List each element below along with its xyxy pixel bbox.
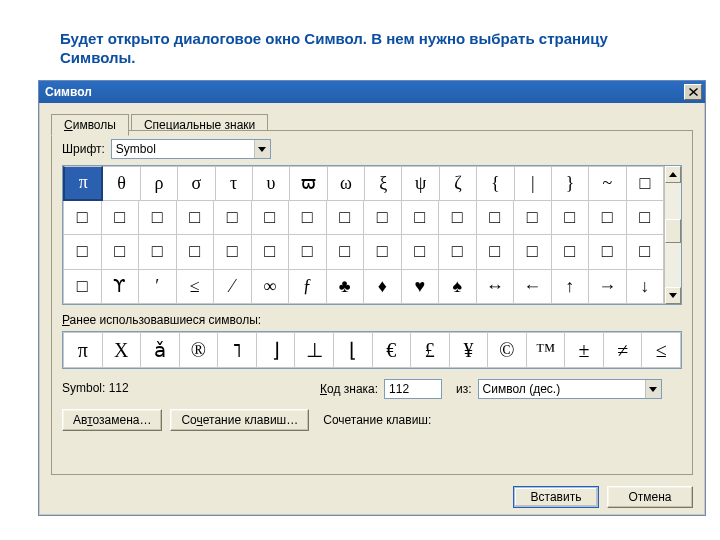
symbol-cell[interactable]: ♣ xyxy=(327,270,365,305)
symbol-cell[interactable]: □ xyxy=(289,235,327,270)
symbol-cell[interactable]: □ xyxy=(177,201,215,236)
symbol-cell[interactable]: θ xyxy=(103,166,140,201)
from-combo[interactable]: Символ (дес.) xyxy=(478,379,662,399)
recent-symbol-cell[interactable]: € xyxy=(373,332,412,368)
symbol-cell[interactable]: □ xyxy=(439,235,477,270)
scrollbar[interactable] xyxy=(664,166,681,304)
recent-symbol-cell[interactable]: π xyxy=(63,332,103,368)
font-combo[interactable]: Symbol xyxy=(111,139,271,159)
symbol-cell[interactable]: □ xyxy=(477,201,515,236)
symbol-cell[interactable]: ρ xyxy=(141,166,178,201)
scroll-down-button[interactable] xyxy=(665,287,681,304)
symbol-cell[interactable]: } xyxy=(552,166,589,201)
cancel-button[interactable]: Отмена xyxy=(607,486,693,508)
symbol-cell[interactable]: ƒ xyxy=(289,270,327,305)
insert-button[interactable]: Вставить xyxy=(513,486,599,508)
symbol-cell[interactable]: □ xyxy=(139,201,177,236)
symbol-cell[interactable]: □ xyxy=(63,270,102,305)
scroll-up-button[interactable] xyxy=(665,166,681,183)
recent-symbol-cell[interactable]: ǎ xyxy=(141,332,180,368)
symbol-cell[interactable]: □ xyxy=(252,235,290,270)
recent-symbol-cell[interactable]: ® xyxy=(180,332,219,368)
symbol-cell[interactable]: ψ xyxy=(402,166,439,201)
symbol-cell[interactable]: □ xyxy=(214,235,252,270)
symbol-cell[interactable]: □ xyxy=(139,235,177,270)
recent-symbol-cell[interactable]: ™ xyxy=(527,332,566,368)
symbol-cell[interactable]: ♥ xyxy=(402,270,440,305)
symbol-cell[interactable]: σ xyxy=(178,166,215,201)
symbol-cell[interactable]: □ xyxy=(252,201,290,236)
symbol-cell[interactable]: □ xyxy=(327,235,365,270)
symbol-cell[interactable]: □ xyxy=(627,166,664,201)
symbol-cell[interactable]: □ xyxy=(364,235,402,270)
code-input[interactable] xyxy=(384,379,442,399)
symbol-cell[interactable]: ζ xyxy=(440,166,477,201)
symbol-cell[interactable]: □ xyxy=(627,201,665,236)
shortcut-button[interactable]: Сочетание клавиш… xyxy=(170,409,309,431)
symbol-cell[interactable]: ← xyxy=(514,270,552,305)
symbol-cell[interactable]: ⁄ xyxy=(214,270,252,305)
symbol-cell[interactable]: □ xyxy=(589,235,627,270)
symbol-cell[interactable]: ♠ xyxy=(439,270,477,305)
recent-symbol-cell[interactable]: © xyxy=(488,332,527,368)
symbol-cell[interactable]: | xyxy=(515,166,552,201)
close-icon xyxy=(689,88,698,96)
symbol-cell[interactable]: □ xyxy=(439,201,477,236)
titlebar: Символ xyxy=(39,81,705,103)
recent-symbol-cell[interactable]: ¥ xyxy=(450,332,489,368)
recent-symbol-cell[interactable]: ⌊ xyxy=(334,332,373,368)
symbol-cell[interactable]: □ xyxy=(402,235,440,270)
symbol-cell[interactable]: { xyxy=(477,166,514,201)
close-button[interactable] xyxy=(684,84,702,100)
recent-symbol-cell[interactable]: ≤ xyxy=(642,332,681,368)
symbol-cell[interactable]: ϖ xyxy=(290,166,327,201)
recent-symbol-cell[interactable]: £ xyxy=(411,332,450,368)
symbol-cell[interactable]: □ xyxy=(289,201,327,236)
scroll-thumb[interactable] xyxy=(665,219,681,243)
symbol-cell[interactable]: ↑ xyxy=(552,270,590,305)
tab-symbols[interactable]: Символы xyxy=(51,114,129,136)
recent-symbol-cell[interactable]: Χ xyxy=(103,332,142,368)
symbol-cell[interactable]: □ xyxy=(102,235,140,270)
symbol-cell[interactable]: □ xyxy=(589,201,627,236)
symbol-cell[interactable]: □ xyxy=(63,201,102,236)
chevron-down-icon[interactable] xyxy=(645,380,661,398)
recent-symbol-cell[interactable]: ˥ xyxy=(218,332,257,368)
symbol-cell[interactable]: □ xyxy=(477,235,515,270)
symbol-cell[interactable]: □ xyxy=(514,235,552,270)
symbol-cell[interactable]: □ xyxy=(552,235,590,270)
font-value: Symbol xyxy=(112,140,254,158)
symbol-cell[interactable]: □ xyxy=(214,201,252,236)
symbol-cell[interactable]: ↔ xyxy=(477,270,515,305)
symbol-cell[interactable]: ∞ xyxy=(252,270,290,305)
from-label: из: xyxy=(456,382,472,396)
symbol-cell[interactable]: ′ xyxy=(139,270,177,305)
autocorrect-button[interactable]: Автозамена… xyxy=(62,409,162,431)
symbol-cell[interactable]: ♦ xyxy=(364,270,402,305)
recent-symbol-cell[interactable]: ⌋ xyxy=(257,332,296,368)
symbol-cell[interactable]: → xyxy=(589,270,627,305)
recent-symbol-cell[interactable]: ≠ xyxy=(604,332,643,368)
scroll-track[interactable] xyxy=(665,183,681,287)
recent-symbol-cell[interactable]: ± xyxy=(565,332,604,368)
symbol-cell[interactable]: ω xyxy=(328,166,365,201)
chevron-down-icon[interactable] xyxy=(254,140,270,158)
symbol-cell[interactable]: ↓ xyxy=(627,270,665,305)
symbol-cell[interactable]: □ xyxy=(627,235,665,270)
symbol-cell[interactable]: ϒ xyxy=(102,270,140,305)
symbol-cell[interactable]: □ xyxy=(327,201,365,236)
symbol-cell[interactable]: □ xyxy=(177,235,215,270)
symbol-cell[interactable]: □ xyxy=(514,201,552,236)
symbol-cell[interactable]: □ xyxy=(552,201,590,236)
symbol-cell[interactable]: □ xyxy=(102,201,140,236)
symbol-cell[interactable]: □ xyxy=(63,235,102,270)
symbol-cell[interactable]: □ xyxy=(402,201,440,236)
symbol-cell[interactable]: π xyxy=(63,166,103,201)
symbol-cell[interactable]: τ xyxy=(216,166,253,201)
symbol-cell[interactable]: ξ xyxy=(365,166,402,201)
recent-symbol-cell[interactable]: ⊥ xyxy=(295,332,334,368)
symbol-cell[interactable]: υ xyxy=(253,166,290,201)
symbol-cell[interactable]: ~ xyxy=(589,166,626,201)
symbol-cell[interactable]: ≤ xyxy=(177,270,215,305)
symbol-cell[interactable]: □ xyxy=(364,201,402,236)
